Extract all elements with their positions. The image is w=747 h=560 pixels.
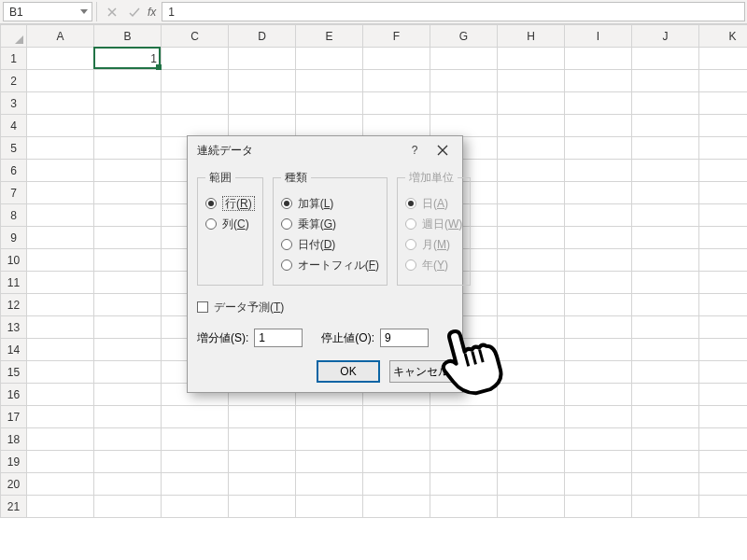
cell-K10[interactable]: [699, 249, 748, 272]
cell-B16[interactable]: [94, 384, 162, 406]
cell-K11[interactable]: [699, 272, 748, 294]
col-header-C[interactable]: C: [162, 25, 229, 48]
cell-D18[interactable]: [229, 428, 296, 451]
cell-J7[interactable]: [632, 182, 699, 204]
cell-G4[interactable]: [430, 115, 498, 137]
cell-F18[interactable]: [363, 428, 430, 451]
cell-F19[interactable]: [363, 451, 430, 473]
cell-B21[interactable]: [94, 496, 162, 518]
cell-I17[interactable]: [565, 406, 632, 428]
cell-A18[interactable]: [27, 428, 94, 451]
cell-I20[interactable]: [565, 473, 632, 496]
cell-J9[interactable]: [632, 227, 699, 249]
cell-J8[interactable]: [632, 204, 699, 227]
cell-I18[interactable]: [565, 428, 632, 451]
cell-K20[interactable]: [699, 473, 748, 496]
col-header-I[interactable]: I: [565, 25, 632, 48]
range-option-C[interactable]: 列(C): [205, 214, 255, 234]
cell-C21[interactable]: [162, 496, 229, 518]
cell-B14[interactable]: [94, 339, 162, 361]
cell-K9[interactable]: [699, 227, 748, 249]
type-option-F[interactable]: オートフィル(F): [281, 255, 379, 275]
row-header-20[interactable]: 20: [1, 473, 27, 496]
formula-input[interactable]: 1: [162, 2, 745, 21]
cell-B9[interactable]: [94, 227, 162, 249]
cell-K7[interactable]: [699, 182, 748, 204]
cell-H20[interactable]: [498, 473, 565, 496]
cell-B2[interactable]: [94, 70, 162, 92]
cell-G17[interactable]: [430, 406, 498, 428]
fx-icon[interactable]: fx: [146, 0, 162, 23]
cell-B7[interactable]: [94, 182, 162, 204]
cell-A11[interactable]: [27, 272, 94, 294]
cell-H17[interactable]: [498, 406, 565, 428]
cell-J14[interactable]: [632, 339, 699, 361]
step-input[interactable]: 1: [254, 329, 303, 347]
cell-B3[interactable]: [94, 92, 162, 115]
cell-A6[interactable]: [27, 160, 94, 182]
cell-J4[interactable]: [632, 115, 699, 137]
dialog-titlebar[interactable]: 連続データ ?: [188, 136, 462, 164]
cell-I3[interactable]: [565, 92, 632, 115]
cell-G18[interactable]: [430, 428, 498, 451]
cell-F1[interactable]: [363, 48, 430, 70]
cell-J20[interactable]: [632, 473, 699, 496]
cell-B1[interactable]: 1: [94, 48, 162, 70]
cell-K14[interactable]: [699, 339, 748, 361]
cell-E4[interactable]: [296, 115, 363, 137]
cell-I12[interactable]: [565, 294, 632, 316]
cell-F4[interactable]: [363, 115, 430, 137]
cell-A3[interactable]: [27, 92, 94, 115]
cell-C17[interactable]: [162, 406, 229, 428]
cell-J1[interactable]: [632, 48, 699, 70]
cell-F17[interactable]: [363, 406, 430, 428]
cell-A20[interactable]: [27, 473, 94, 496]
dialog-help-icon[interactable]: ?: [401, 139, 429, 161]
cell-E20[interactable]: [296, 473, 363, 496]
cell-G21[interactable]: [430, 496, 498, 518]
cell-H18[interactable]: [498, 428, 565, 451]
cell-B19[interactable]: [94, 451, 162, 473]
cell-H5[interactable]: [498, 137, 565, 160]
cell-J12[interactable]: [632, 294, 699, 316]
cell-B17[interactable]: [94, 406, 162, 428]
cell-D3[interactable]: [229, 92, 296, 115]
cell-J6[interactable]: [632, 160, 699, 182]
cell-H19[interactable]: [498, 451, 565, 473]
cell-H21[interactable]: [498, 496, 565, 518]
type-option-D[interactable]: 日付(D): [281, 234, 379, 255]
row-header-19[interactable]: 19: [1, 451, 27, 473]
cell-H6[interactable]: [498, 160, 565, 182]
cell-J3[interactable]: [632, 92, 699, 115]
cell-I16[interactable]: [565, 384, 632, 406]
cell-I8[interactable]: [565, 204, 632, 227]
cell-I5[interactable]: [565, 137, 632, 160]
cell-J15[interactable]: [632, 361, 699, 384]
cell-H8[interactable]: [498, 204, 565, 227]
cell-A4[interactable]: [27, 115, 94, 137]
cell-A13[interactable]: [27, 316, 94, 339]
row-header-11[interactable]: 11: [1, 272, 27, 294]
col-header-B[interactable]: B: [94, 25, 162, 48]
cell-D17[interactable]: [229, 406, 296, 428]
cell-K17[interactable]: [699, 406, 748, 428]
cell-E2[interactable]: [296, 70, 363, 92]
cell-K16[interactable]: [699, 384, 748, 406]
cell-H1[interactable]: [498, 48, 565, 70]
cell-A10[interactable]: [27, 249, 94, 272]
cell-G19[interactable]: [430, 451, 498, 473]
row-header-12[interactable]: 12: [1, 294, 27, 316]
cell-C1[interactable]: [162, 48, 229, 70]
cell-I21[interactable]: [565, 496, 632, 518]
cell-K6[interactable]: [699, 160, 748, 182]
cell-A16[interactable]: [27, 384, 94, 406]
cell-I15[interactable]: [565, 361, 632, 384]
row-header-15[interactable]: 15: [1, 361, 27, 384]
cell-I19[interactable]: [565, 451, 632, 473]
row-header-3[interactable]: 3: [1, 92, 27, 115]
col-header-D[interactable]: D: [229, 25, 296, 48]
cell-B13[interactable]: [94, 316, 162, 339]
row-header-5[interactable]: 5: [1, 137, 27, 160]
cell-D21[interactable]: [229, 496, 296, 518]
cell-D19[interactable]: [229, 451, 296, 473]
